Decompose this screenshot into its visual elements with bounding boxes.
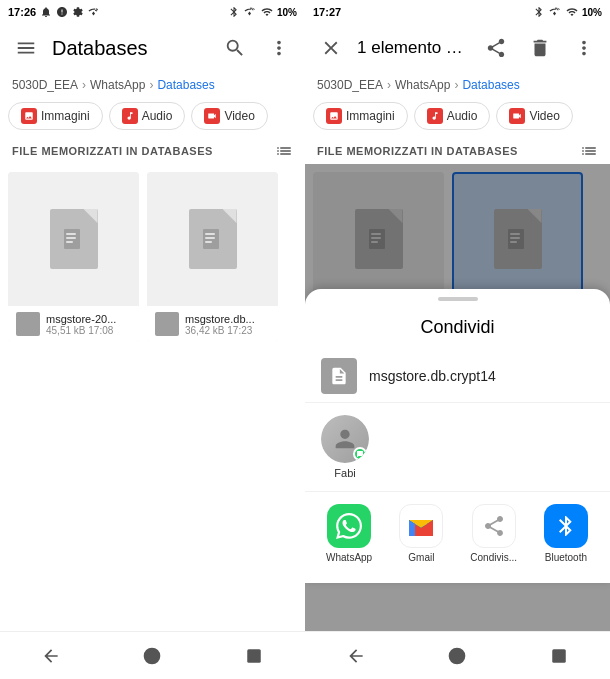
right-chip-audio[interactable]: Audio	[414, 102, 491, 130]
right-status-bar: 17:27 10%	[305, 0, 610, 24]
app-item-gmail[interactable]: Gmail	[391, 504, 451, 563]
left-breadcrumb: 5030D_EEA › WhatsApp › Databases	[0, 72, 305, 98]
right-panel: 17:27 10% 1 elemento sel... 5030D_EEA › …	[305, 0, 610, 679]
left-wifi-icon	[260, 6, 274, 18]
svg-rect-20	[552, 649, 566, 663]
condividi-app-icon	[472, 504, 516, 548]
chip-audio[interactable]: Audio	[109, 102, 186, 130]
bluetooth-app-icon	[544, 504, 588, 548]
right-top-bar: 1 elemento sel...	[305, 24, 610, 72]
settings-small-icon	[72, 6, 84, 18]
whatsapp-app-label: WhatsApp	[326, 552, 372, 563]
chip-immagini[interactable]: Immagini	[8, 102, 103, 130]
right-recents-button[interactable]	[539, 636, 579, 676]
app-item-bluetooth[interactable]: Bluetooth	[536, 504, 596, 563]
share-button[interactable]	[478, 30, 514, 66]
right-breadcrumb-part-2-active[interactable]: Databases	[462, 78, 519, 92]
home-button[interactable]	[132, 636, 172, 676]
right-image-chip-icon	[326, 108, 342, 124]
right-breadcrumb-chevron-0: ›	[387, 78, 391, 92]
right-breadcrumb-chevron-1: ›	[454, 78, 458, 92]
share-icon	[482, 514, 506, 538]
file-meta-0: msgstore-20... 45,51 kB 17:08	[46, 313, 131, 336]
breadcrumb-part-0[interactable]: 5030D_EEA	[12, 78, 78, 92]
bottom-sheet-file: msgstore.db.crypt14	[305, 350, 610, 403]
right-page-title: 1 elemento sel...	[357, 38, 470, 58]
chip-video[interactable]: Video	[191, 102, 267, 130]
left-nav-bar	[0, 631, 305, 679]
svg-rect-2	[66, 233, 76, 235]
left-top-bar: Databases	[0, 24, 305, 72]
breadcrumb-chevron-0: ›	[82, 78, 86, 92]
gmail-app-icon	[399, 504, 443, 548]
video-chip-icon	[204, 108, 220, 124]
right-files-area: msgstore-20... 45,51 kB 17:08	[305, 164, 610, 631]
condividi-app-label: Condivis...	[470, 552, 517, 563]
left-status-bar: 17:26 10%	[0, 0, 305, 24]
app-item-condividi[interactable]: Condivis...	[464, 504, 524, 563]
document-icon-0	[62, 225, 86, 253]
file-card-info-1: msgstore.db... 36,42 kB 17:23	[147, 306, 278, 342]
right-breadcrumb-part-0[interactable]: 5030D_EEA	[317, 78, 383, 92]
file-meta-1: msgstore.db... 36,42 kB 17:23	[185, 313, 270, 336]
right-home-button[interactable]	[437, 636, 477, 676]
app-item-whatsapp[interactable]: WhatsApp	[319, 504, 379, 563]
gmail-icon	[408, 516, 434, 536]
file-small-icon-1	[155, 312, 179, 336]
back-button[interactable]	[31, 636, 71, 676]
file-small-icon-0	[16, 312, 40, 336]
left-status-time: 17:26	[8, 6, 100, 18]
right-breadcrumb-part-1[interactable]: WhatsApp	[395, 78, 450, 92]
page-title: Databases	[52, 37, 209, 60]
audio-chip-icon	[122, 108, 138, 124]
notification-icon	[40, 6, 52, 18]
bottom-sheet-handle	[438, 297, 478, 301]
right-audio-chip-icon	[427, 108, 443, 124]
menu-button[interactable]	[8, 30, 44, 66]
bottom-sheet: Condividi msgstore.db.crypt14	[305, 289, 610, 583]
file-card-1[interactable]: msgstore.db... 36,42 kB 17:23	[147, 172, 278, 342]
gmail-app-label: Gmail	[408, 552, 434, 563]
delete-button[interactable]	[522, 30, 558, 66]
left-status-right: 10%	[228, 6, 297, 18]
file-preview-1	[147, 172, 278, 306]
svg-rect-4	[66, 241, 73, 243]
right-chip-immagini[interactable]: Immagini	[313, 102, 408, 130]
contact-item-fabi[interactable]: Fabi	[321, 415, 369, 479]
contact-name-fabi: Fabi	[334, 467, 355, 479]
file-size-0: 45,51 kB 17:08	[46, 325, 131, 336]
right-chip-video[interactable]: Video	[496, 102, 572, 130]
view-toggle-icon[interactable]	[275, 142, 293, 160]
right-back-button[interactable]	[336, 636, 376, 676]
file-card-info-0: msgstore-20... 45,51 kB 17:08	[8, 306, 139, 342]
contacts-row: Fabi	[305, 403, 610, 492]
breadcrumb-part-1[interactable]: WhatsApp	[90, 78, 145, 92]
breadcrumb-chevron-1: ›	[149, 78, 153, 92]
close-selection-button[interactable]	[313, 30, 349, 66]
right-status-right: 10%	[533, 6, 602, 18]
more-button[interactable]	[261, 30, 297, 66]
file-doc-icon-1	[189, 209, 237, 269]
svg-rect-7	[205, 237, 215, 239]
left-panel: 17:26 10% Databases 5030D_EEA › WhatsApp	[0, 0, 305, 679]
document-icon-1	[201, 225, 225, 253]
breadcrumb-part-2-active[interactable]: Databases	[157, 78, 214, 92]
file-card-0[interactable]: msgstore-20... 45,51 kB 17:08	[8, 172, 139, 342]
alert-icon	[56, 6, 68, 18]
file-name-1: msgstore.db...	[185, 313, 270, 325]
bluetooth-app-label: Bluetooth	[545, 552, 587, 563]
right-video-chip-icon	[509, 108, 525, 124]
right-bluetooth-icon	[533, 6, 545, 18]
bs-file-icon	[321, 358, 357, 394]
recents-button[interactable]	[234, 636, 274, 676]
image-chip-icon	[21, 108, 37, 124]
file-size-1: 36,42 kB 17:23	[185, 325, 270, 336]
right-wifi-icon	[565, 6, 579, 18]
right-view-toggle-icon[interactable]	[580, 142, 598, 160]
left-section-header: FILE MEMORIZZATI IN DATABASES	[0, 134, 305, 164]
search-button[interactable]	[217, 30, 253, 66]
bottom-sheet-title: Condividi	[305, 313, 610, 350]
antenna-icon	[88, 6, 100, 18]
whatsapp-app-icon	[327, 504, 371, 548]
right-more-button[interactable]	[566, 30, 602, 66]
